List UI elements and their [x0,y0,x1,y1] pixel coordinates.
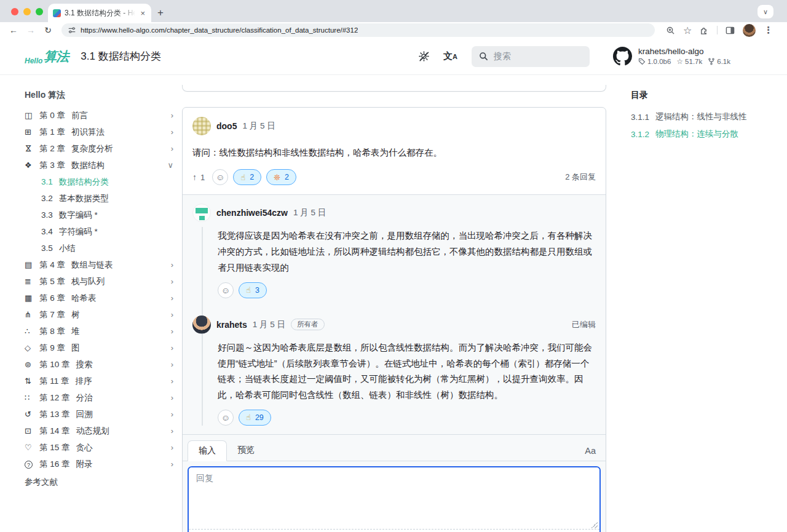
sidebar-item-sort[interactable]: ⇅第 11 章排序› [25,373,177,389]
profile-avatar[interactable] [743,24,756,37]
reply-author[interactable]: krahets [216,320,247,330]
chevron-right-icon[interactable]: › [171,310,177,319]
reaction-pill-thumbs-up[interactable]: ☝3 [239,282,267,298]
comment-body: 请问：线性数据结构和非线性数据结构，哈希表为什么都存在。 [183,135,606,163]
extensions-puzzle-icon[interactable] [700,26,709,35]
theme-toggle-icon[interactable] [418,50,430,62]
chevron-right-icon[interactable]: › [171,327,177,336]
add-reaction-button[interactable]: ☺ [218,282,234,298]
sidebar-subitem-3.5[interactable]: 3.5小结 [25,240,177,256]
add-reaction-button[interactable]: ☺ [212,169,228,185]
window-minimize-button[interactable] [23,8,31,15]
sidebar-item-graph[interactable]: ◇第 9 章图› [25,339,177,356]
sidebar-subitem-3.3[interactable]: 3.3数字编码 * [25,207,177,223]
browser-tab[interactable]: 3.1 数据结构分类 - Hello 算法 × [48,4,151,22]
sidebar-item-hourglass[interactable]: ⋈第 2 章复杂度分析› [25,140,177,157]
toc-item-3.1.2[interactable]: 3.1.2物理结构：连续与分散 [631,125,785,143]
sidebar-item-backtrack[interactable]: ↺第 13 章回溯› [25,406,177,423]
avatar[interactable] [192,316,211,334]
back-button[interactable]: ← [6,25,21,35]
chevron-right-icon[interactable]: › [171,459,177,469]
sidebar-subitem-3.4[interactable]: 3.4字符编码 * [25,223,177,240]
chevron-right-icon[interactable]: › [171,293,177,303]
reaction-pill-party-popper[interactable]: ❊2 [266,169,296,185]
resize-grip[interactable] [591,522,598,528]
chapter-number: 第 11 章 [39,376,69,387]
sidebar-item-heap[interactable]: ∴第 8 章堆› [25,323,177,339]
chapter-label: 排序 [76,376,171,387]
tab-close-icon[interactable]: × [139,9,146,18]
sidebar-item-divide[interactable]: ∷第 12 章分治› [25,389,177,406]
sidebar-item-dp[interactable]: ⊡第 14 章动态规划› [25,423,177,439]
site-logo[interactable]: Hello 算法 [25,48,68,65]
chevron-right-icon[interactable]: › [171,277,177,286]
reaction-pill-thumbs-up[interactable]: ☝2 [233,169,261,185]
comment-author[interactable]: doo5 [216,121,237,131]
avatar[interactable] [192,117,211,135]
repo-link[interactable]: krahets/hello-algo 1.0.0b6 ☆ 51.7k 6.1k [613,47,730,66]
section-label: 数字编码 * [59,210,98,221]
reply-date[interactable]: 1 月 5 日 [293,207,326,218]
comment-date[interactable]: 1 月 5 日 [242,121,275,132]
side-panel-icon[interactable] [726,26,735,35]
window-close-button[interactable] [11,8,18,15]
window-zoom-button[interactable] [36,8,43,15]
toc-item-3.1.1[interactable]: 3.1.1逻辑结构：线性与非线性 [631,108,785,125]
sidebar-item-tree[interactable]: ⋔第 7 章树› [25,306,177,323]
chevron-right-icon[interactable]: › [171,343,177,352]
address-bar[interactable]: https://www.hello-algo.com/chapter_data_… [61,23,655,37]
chapter-number: 第 13 章 [39,409,70,420]
tab-write[interactable]: 输入 [188,440,227,461]
chevron-right-icon[interactable]: › [171,127,177,137]
sidebar-item-question[interactable]: ?第 16 章附录› [25,456,177,472]
search-chapter-icon-glyph: ⊚ [25,360,31,369]
chevron-right-icon[interactable]: › [171,260,177,269]
sidebar-item-array[interactable]: ▤第 4 章数组与链表› [25,256,177,273]
search-input[interactable]: 搜索 [472,46,590,67]
comment-header: doo5 1 月 5 日 [183,108,606,135]
forward-button[interactable]: → [23,25,38,35]
browser-menu-icon[interactable]: ⋮ [764,25,773,36]
sidebar-item-search-chapter[interactable]: ⊚第 10 章搜索› [25,356,177,373]
tab-strip-chevron-icon[interactable]: ∨ [757,5,773,18]
reply-date[interactable]: 1 月 5 日 [253,319,285,330]
chevron-right-icon[interactable]: › [171,410,177,419]
reply-author[interactable]: chenzhiwei54czw [216,208,288,218]
sidebar-subitem-3.1[interactable]: 3.1数据结构分类 [25,173,177,190]
site-settings-icon[interactable] [68,26,76,34]
chevron-right-icon[interactable]: › [171,393,177,402]
reply-actions: ☺ ☝3 [192,276,596,303]
bookmark-star-icon[interactable]: ☆ [683,25,692,36]
chevron-right-icon[interactable]: › [171,376,177,386]
dp-icon: ⊡ [25,426,39,435]
text-format-button[interactable]: Aa [585,446,596,461]
reply-textarea[interactable] [189,467,599,529]
sidebar-item-hash-table[interactable]: ▦第 6 章哈希表› [25,290,177,306]
stack-icon: ≣ [25,277,39,286]
sidebar-item-stack[interactable]: ≣第 5 章栈与队列› [25,273,177,290]
sidebar-item-references[interactable]: 参考文献 [25,474,177,490]
array-icon-glyph: ▤ [25,260,32,269]
chapter-number: 第 7 章 [39,309,65,320]
tab-preview[interactable]: 预览 [227,440,265,461]
chevron-right-icon[interactable]: › [171,426,177,435]
sidebar-item-book[interactable]: ◫第 0 章前言› [25,107,177,124]
translate-icon[interactable]: 文A [443,50,457,62]
sidebar-item-calculator[interactable]: ⊞第 1 章初识算法› [25,124,177,140]
upvote-button[interactable]: ↑ 1 [192,172,205,182]
new-tab-button[interactable]: + [157,7,164,19]
chapter-number: 第 3 章 [39,160,65,171]
sidebar-item-nodes[interactable]: ❖第 3 章数据结构∨ [25,157,177,173]
avatar[interactable] [192,204,211,222]
chevron-right-icon[interactable]: › [171,144,177,153]
chevron-right-icon[interactable]: › [171,360,177,369]
add-reaction-button[interactable]: ☺ [218,410,234,426]
sidebar-subitem-3.2[interactable]: 3.2基本数据类型 [25,190,177,207]
reaction-pill-thumbs-up[interactable]: ☝29 [239,410,271,426]
reload-button[interactable]: ↻ [41,25,55,35]
chevron-right-icon[interactable]: › [171,443,177,452]
chevron-down-icon[interactable]: ∨ [167,161,177,170]
sidebar-item-greedy[interactable]: ♡第 15 章贪心› [25,439,177,456]
chevron-right-icon[interactable]: › [171,111,177,120]
page-zoom-icon[interactable] [666,26,675,35]
